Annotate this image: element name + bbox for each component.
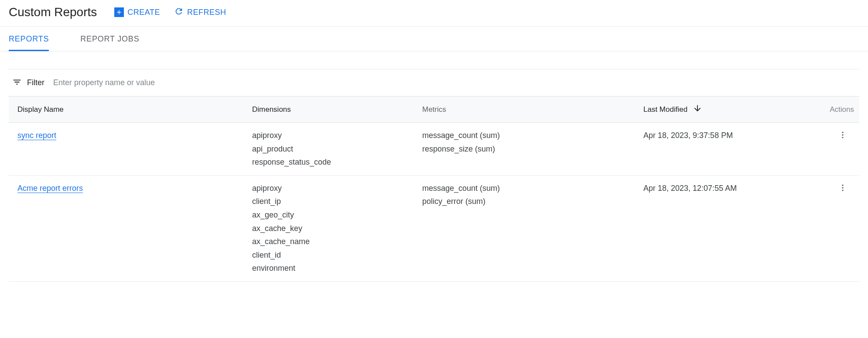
dimension-item: ax_cache_name [252,235,412,248]
last-modified-cell: Apr 18, 2023, 9:37:58 PM [638,123,791,176]
dimension-item: environment [252,262,412,275]
metrics-cell: message_count (sum)policy_error (sum) [417,175,638,281]
dimension-item: client_id [252,248,412,262]
metric-item: response_size (sum) [422,142,633,156]
create-label: CREATE [127,8,160,17]
metrics-cell: message_count (sum)response_size (sum) [417,123,638,176]
dimension-item: ax_cache_key [252,222,412,235]
dimension-item: response_status_code [252,155,412,169]
svg-point-0 [842,132,843,133]
table-row: sync reportapiproxyapi_productresponse_s… [9,123,859,176]
metric-item: message_count (sum) [422,182,633,195]
report-name-link[interactable]: sync report [17,131,56,140]
svg-point-4 [842,187,843,188]
col-dimensions[interactable]: Dimensions [247,97,417,123]
col-actions: Actions [791,97,859,123]
table-row: Acme report errorsapiproxyclient_ipax_ge… [9,175,859,281]
dimension-item: apiproxy [252,182,412,195]
dimensions-cell: apiproxyapi_productresponse_status_code [247,123,417,176]
filter-label: Filter [27,78,44,87]
svg-point-1 [842,134,843,135]
svg-point-5 [842,190,843,191]
col-metrics[interactable]: Metrics [417,97,638,123]
report-name-link[interactable]: Acme report errors [17,184,83,193]
arrow-down-icon [693,103,702,115]
metric-item: policy_error (sum) [422,195,633,208]
svg-point-2 [842,137,843,138]
metric-item: message_count (sum) [422,129,633,142]
tab-reports[interactable]: REPORTS [9,27,49,51]
page-header: Custom Reports CREATE REFRESH [0,0,868,27]
refresh-button[interactable]: REFRESH [174,7,226,18]
header-actions: CREATE REFRESH [114,7,226,18]
col-display-name[interactable]: Display Name [9,97,247,123]
svg-point-3 [842,184,843,186]
dimension-item: client_ip [252,195,412,208]
table-header-row: Display Name Dimensions Metrics Last Mod… [9,97,859,123]
dimension-item: apiproxy [252,129,412,142]
dimension-item: ax_geo_city [252,208,412,222]
create-button[interactable]: CREATE [114,7,160,17]
filter-icon [12,77,22,88]
tab-report-jobs[interactable]: REPORT JOBS [80,27,139,51]
more-actions-icon[interactable] [837,182,849,194]
page-title: Custom Reports [9,5,97,19]
plus-icon [114,7,124,17]
tab-bar: REPORTS REPORT JOBS [0,27,868,52]
dimension-item: api_product [252,142,412,156]
more-actions-icon[interactable] [837,129,849,141]
last-modified-label: Last Modified [643,105,687,114]
dimensions-cell: apiproxyclient_ipax_geo_cityax_cache_key… [247,175,417,281]
refresh-icon [174,7,184,18]
filter-input[interactable] [53,78,856,87]
refresh-label: REFRESH [187,8,226,17]
reports-table: Display Name Dimensions Metrics Last Mod… [9,96,859,282]
last-modified-cell: Apr 18, 2023, 12:07:55 AM [638,175,791,281]
filter-bar: Filter [9,69,859,96]
col-last-modified[interactable]: Last Modified [638,97,791,123]
